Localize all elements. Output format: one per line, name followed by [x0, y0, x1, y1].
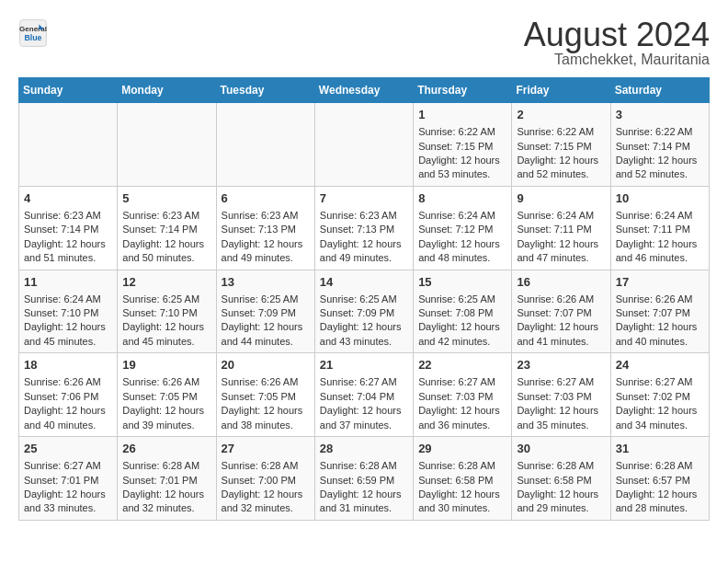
day-info: Sunrise: 6:24 AM	[517, 209, 605, 223]
day-info: Daylight: 12 hours	[122, 404, 210, 418]
table-row: 31Sunrise: 6:28 AMSunset: 6:57 PMDayligh…	[610, 437, 709, 521]
day-info: Sunset: 7:12 PM	[418, 223, 506, 236]
day-info: Sunrise: 6:28 AM	[616, 459, 704, 473]
day-info: and 32 minutes.	[122, 501, 210, 515]
day-number: 15	[418, 274, 506, 291]
day-info: and 31 minutes.	[320, 501, 408, 515]
day-number: 11	[24, 274, 112, 291]
table-row: 9Sunrise: 6:24 AMSunset: 7:11 PMDaylight…	[512, 186, 610, 270]
day-info: Sunrise: 6:28 AM	[122, 459, 210, 473]
day-info: Sunset: 7:08 PM	[418, 306, 506, 320]
day-info: Sunrise: 6:25 AM	[122, 293, 210, 306]
day-info: Sunset: 7:09 PM	[320, 306, 408, 320]
table-row: 8Sunrise: 6:24 AMSunset: 7:12 PMDaylight…	[414, 186, 512, 270]
day-info: Sunset: 7:04 PM	[320, 390, 408, 404]
day-info: Sunset: 7:07 PM	[517, 306, 605, 320]
day-info: Daylight: 12 hours	[418, 237, 506, 251]
page-header: General Blue August 2024 Tamchekket, Mau…	[18, 18, 710, 68]
day-info: Sunrise: 6:23 AM	[320, 209, 408, 223]
table-row: 7Sunrise: 6:23 AMSunset: 7:13 PMDaylight…	[314, 186, 413, 270]
day-info: Sunset: 7:03 PM	[418, 390, 506, 404]
day-info: Daylight: 12 hours	[320, 488, 408, 501]
col-friday: Friday	[512, 78, 610, 103]
day-info: and 50 minutes.	[122, 251, 210, 265]
day-info: Sunrise: 6:23 AM	[122, 209, 210, 223]
table-row: 27Sunrise: 6:28 AMSunset: 7:00 PMDayligh…	[216, 437, 314, 521]
day-info: Sunrise: 6:25 AM	[320, 293, 408, 306]
day-info: Sunrise: 6:22 AM	[616, 125, 704, 139]
day-info: and 37 minutes.	[320, 419, 408, 432]
day-info: Sunset: 7:00 PM	[222, 474, 310, 488]
day-number: 24	[616, 357, 704, 373]
logo-icon: General Blue	[18, 18, 48, 48]
day-info: and 45 minutes.	[122, 335, 210, 349]
day-number: 10	[616, 190, 704, 207]
day-number: 5	[122, 190, 210, 207]
table-row: 29Sunrise: 6:28 AMSunset: 6:58 PMDayligh…	[414, 437, 512, 521]
table-row: 25Sunrise: 6:27 AMSunset: 7:01 PMDayligh…	[19, 437, 118, 521]
day-info: Sunrise: 6:23 AM	[222, 209, 310, 223]
table-row: 16Sunrise: 6:26 AMSunset: 7:07 PMDayligh…	[512, 270, 610, 353]
day-info: Sunrise: 6:25 AM	[418, 293, 506, 306]
day-info: Daylight: 12 hours	[616, 320, 704, 334]
day-number: 8	[418, 190, 506, 207]
day-number: 7	[320, 190, 408, 207]
day-info: Sunset: 7:10 PM	[24, 306, 112, 320]
day-info: Sunrise: 6:27 AM	[320, 375, 408, 389]
day-number: 3	[616, 107, 704, 123]
day-info: Sunset: 7:03 PM	[517, 390, 605, 404]
day-info: Sunset: 7:01 PM	[24, 474, 112, 488]
day-info: and 33 minutes.	[24, 501, 112, 515]
day-info: Sunrise: 6:27 AM	[418, 375, 506, 389]
day-info: and 52 minutes.	[616, 167, 704, 181]
day-info: Sunrise: 6:26 AM	[222, 375, 310, 389]
day-info: Sunset: 7:05 PM	[122, 390, 210, 404]
page-subtitle: Tamchekket, Mauritania	[524, 52, 710, 68]
table-row: 4Sunrise: 6:23 AMSunset: 7:14 PMDaylight…	[19, 186, 118, 270]
table-row: 20Sunrise: 6:26 AMSunset: 7:05 PMDayligh…	[216, 353, 314, 437]
col-sunday: Sunday	[19, 78, 118, 103]
day-info: Sunset: 7:15 PM	[418, 140, 506, 154]
day-number: 16	[517, 274, 605, 291]
day-number: 27	[222, 441, 310, 457]
day-info: Daylight: 12 hours	[418, 320, 506, 334]
table-row	[216, 103, 314, 187]
calendar-header-row: Sunday Monday Tuesday Wednesday Thursday…	[19, 78, 710, 103]
table-row: 2Sunrise: 6:22 AMSunset: 7:15 PMDaylight…	[512, 103, 610, 187]
table-row: 11Sunrise: 6:24 AMSunset: 7:10 PMDayligh…	[19, 270, 118, 353]
day-info: and 51 minutes.	[24, 251, 112, 265]
day-number: 18	[24, 357, 112, 373]
day-info: and 40 minutes.	[616, 335, 704, 349]
day-info: Sunrise: 6:28 AM	[320, 459, 408, 473]
table-row: 18Sunrise: 6:26 AMSunset: 7:06 PMDayligh…	[19, 353, 118, 437]
day-info: Sunset: 7:07 PM	[616, 306, 704, 320]
day-info: Daylight: 12 hours	[222, 237, 310, 251]
day-info: and 53 minutes.	[418, 167, 506, 181]
day-info: and 42 minutes.	[418, 335, 506, 349]
day-info: Daylight: 12 hours	[24, 488, 112, 501]
day-number: 1	[418, 107, 506, 123]
day-info: and 44 minutes.	[222, 335, 310, 349]
day-info: Sunset: 7:01 PM	[122, 474, 210, 488]
day-info: and 32 minutes.	[222, 501, 310, 515]
day-number: 6	[222, 190, 310, 207]
day-info: Sunrise: 6:25 AM	[222, 293, 310, 306]
day-info: Sunrise: 6:28 AM	[222, 459, 310, 473]
day-info: Daylight: 12 hours	[320, 237, 408, 251]
day-info: Daylight: 12 hours	[517, 488, 605, 501]
day-info: Daylight: 12 hours	[320, 320, 408, 334]
day-info: Sunset: 7:14 PM	[122, 223, 210, 236]
day-info: and 41 minutes.	[517, 335, 605, 349]
day-info: Sunset: 6:58 PM	[418, 474, 506, 488]
col-wednesday: Wednesday	[314, 78, 413, 103]
day-number: 26	[122, 441, 210, 457]
day-info: and 39 minutes.	[122, 419, 210, 432]
day-number: 29	[418, 441, 506, 457]
table-row: 30Sunrise: 6:28 AMSunset: 6:58 PMDayligh…	[512, 437, 610, 521]
day-info: Daylight: 12 hours	[517, 154, 605, 167]
table-row	[19, 103, 118, 187]
day-info: Daylight: 12 hours	[222, 404, 310, 418]
table-row: 13Sunrise: 6:25 AMSunset: 7:09 PMDayligh…	[216, 270, 314, 353]
day-info: Daylight: 12 hours	[122, 320, 210, 334]
table-row: 17Sunrise: 6:26 AMSunset: 7:07 PMDayligh…	[610, 270, 709, 353]
